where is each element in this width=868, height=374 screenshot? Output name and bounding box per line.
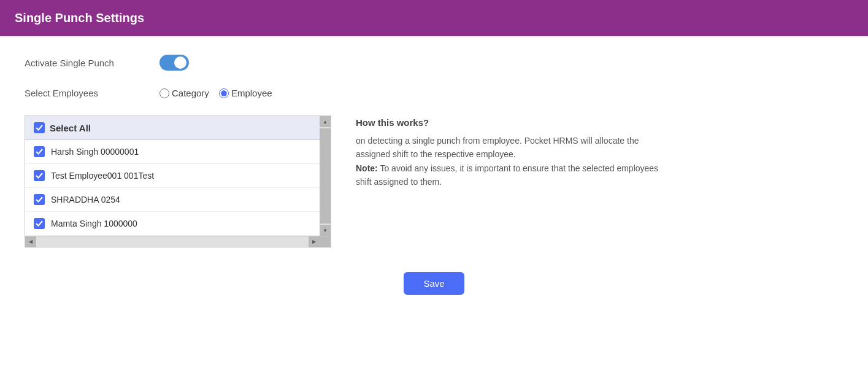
select-employees-row: Select Employees Category Employee [25,88,843,98]
employee-label: Employee [231,88,272,98]
checkbox-2[interactable] [34,170,45,181]
select-all-row[interactable]: Select All [25,116,320,140]
horizontal-scrollbar[interactable]: ◀ ▶ [25,236,331,247]
select-all-label: Select All [50,123,91,133]
scroll-thumb[interactable] [320,128,331,224]
info-description: on detecting a single punch from employe… [356,134,675,162]
checkbox-4[interactable] [34,218,45,229]
scroll-left-btn[interactable]: ◀ [25,236,36,247]
employee-option[interactable]: Employee [219,88,272,98]
employee-list-body: Harsh Singh 00000001 Test Employee001 00… [25,140,320,236]
select-employees-label: Select Employees [25,88,159,98]
employee-list-wrapper: Select All Harsh Singh 00000001 [25,115,331,247]
save-area: Save [25,272,843,295]
page-title: Single Punch Settings [15,11,144,25]
info-title: How this works? [356,115,675,130]
info-note: Note: To avoid any issues, it is importa… [356,162,675,189]
list-area: Select All Harsh Singh 00000001 [25,116,320,236]
employee-name-4: Mamta Singh 1000000 [51,219,137,228]
checkbox-1[interactable] [34,146,45,157]
employee-item-4[interactable]: Mamta Singh 1000000 [25,212,320,236]
note-text: To avoid any issues, it is important to … [356,163,658,187]
scroll-corner [320,236,331,247]
scroll-track-horizontal [36,236,309,247]
scroll-right-btn[interactable]: ▶ [309,236,320,247]
scroll-down-btn[interactable]: ▼ [320,225,331,236]
header: Single Punch Settings [0,0,868,36]
activate-toggle[interactable] [159,55,189,71]
checkbox-3[interactable] [34,194,45,205]
employee-list-container: Select All Harsh Singh 00000001 [25,115,331,247]
category-label: Category [172,88,209,98]
employee-name-3: SHRADDHA 0254 [51,195,120,205]
category-option[interactable]: Category [159,88,209,98]
list-with-scrollbar: Select All Harsh Singh 00000001 [25,116,331,236]
employee-name-2: Test Employee001 001Test [51,171,154,181]
activate-row: Activate Single Punch [25,55,843,71]
employee-radio[interactable] [219,88,229,98]
employee-item-3[interactable]: SHRADDHA 0254 [25,188,320,212]
toggle-slider [159,55,189,71]
select-all-checkbox[interactable] [34,122,45,133]
employee-name-1: Harsh Singh 00000001 [51,147,139,157]
note-label: Note: [356,163,378,173]
content-area: Select All Harsh Singh 00000001 [25,115,843,247]
employee-item-1[interactable]: Harsh Singh 00000001 [25,140,320,164]
category-radio[interactable] [159,88,169,98]
scroll-up-btn[interactable]: ▲ [320,116,331,127]
vertical-scrollbar[interactable]: ▲ ▼ [320,116,331,236]
info-box: How this works? on detecting a single pu… [356,115,675,189]
save-button[interactable]: Save [404,272,464,295]
employee-item-2[interactable]: Test Employee001 001Test [25,164,320,188]
activate-label: Activate Single Punch [25,58,159,68]
employee-type-radio-group: Category Employee [159,88,278,98]
